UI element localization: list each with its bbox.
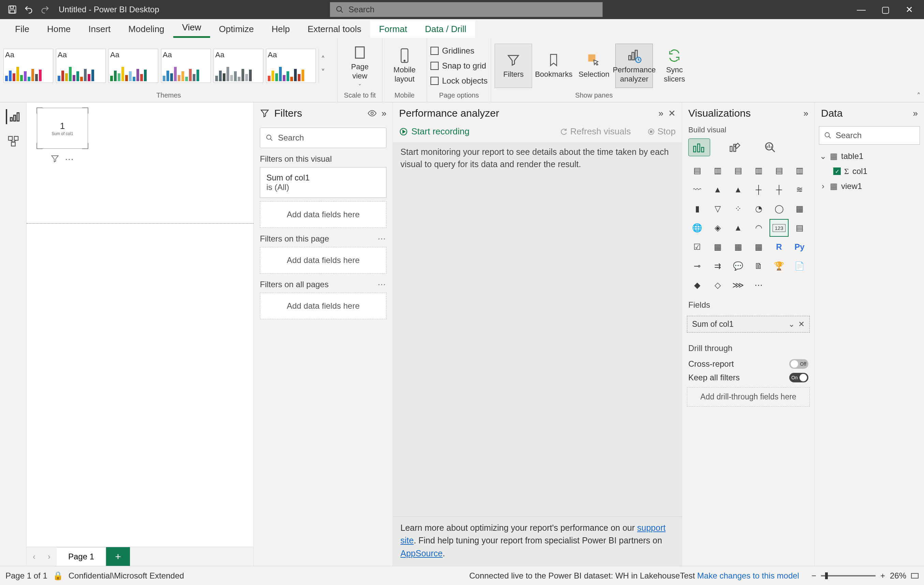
viz-slicer-icon[interactable]: ▦ [709, 239, 726, 255]
close-icon[interactable]: ✕ [668, 108, 676, 119]
viz-donut-icon[interactable]: ◯ [770, 201, 788, 217]
page-next-icon[interactable]: › [41, 552, 57, 562]
bookmarks-button[interactable]: Bookmarks [535, 44, 573, 88]
viz-card-icon[interactable]: 123 [770, 220, 788, 236]
make-changes-link[interactable]: Make changes to this model [697, 571, 799, 580]
viz-area-icon[interactable]: ▲ [709, 182, 726, 198]
viz-python-icon[interactable]: Py [790, 239, 808, 255]
eye-icon[interactable] [367, 109, 377, 118]
more-icon[interactable]: ⋯ [378, 234, 386, 243]
viz-paginated-icon[interactable]: 📄 [790, 258, 808, 274]
maximize-icon[interactable]: ▢ [881, 5, 890, 15]
theme-swatch-1[interactable]: Aa [3, 49, 53, 83]
visual-filter-icon[interactable] [51, 154, 59, 165]
viz-stacked-column-icon[interactable]: ▥ [709, 162, 726, 179]
snap-to-grid-checkbox[interactable]: Snap to grid [431, 60, 486, 72]
viz-clustered-bar-icon[interactable]: ▤ [729, 162, 747, 179]
viz-waterfall-icon[interactable]: ▮ [688, 201, 706, 217]
viz-powerautomate-icon[interactable]: ◇ [709, 277, 726, 293]
menu-help[interactable]: Help [262, 20, 299, 38]
selection-button[interactable]: Selection [575, 44, 612, 88]
page-tab-1[interactable]: Page 1 [57, 547, 106, 566]
theme-swatch-6[interactable]: Aa [266, 49, 316, 83]
field-well-item[interactable]: Sum of col1 ⌄✕ [687, 316, 810, 332]
minimize-icon[interactable]: — [857, 5, 866, 15]
menu-home[interactable]: Home [38, 20, 79, 38]
column-node[interactable]: ✓ Σ col1 [820, 164, 919, 179]
report-canvas[interactable]: 1 Sum of col1 ⋯ ‹ › Page 1 + [26, 102, 254, 566]
menu-insert[interactable]: Insert [79, 20, 119, 38]
data-search[interactable]: Search [819, 126, 920, 145]
redo-icon[interactable] [37, 3, 53, 17]
collapse-icon[interactable]: » [382, 108, 386, 119]
analytics-tab[interactable] [759, 139, 781, 156]
viz-key-influencers-icon[interactable]: ⊸ [688, 258, 706, 274]
card-visual[interactable]: 1 Sum of col1 [37, 108, 88, 149]
menu-view[interactable]: View [173, 19, 210, 38]
collapse-icon[interactable]: » [913, 108, 918, 119]
filters-pane-button[interactable]: Filters [495, 44, 532, 88]
zoom-out-icon[interactable]: − [812, 571, 816, 580]
menu-format[interactable]: Format [370, 20, 416, 38]
undo-icon[interactable] [20, 3, 37, 17]
lock-objects-checkbox[interactable]: Lock objects [431, 75, 487, 87]
menu-data-drill[interactable]: Data / Drill [416, 20, 475, 38]
keep-filters-toggle[interactable]: On [789, 373, 808, 382]
table-node[interactable]: ⌄ ▦ table1 [820, 149, 919, 164]
viz-narrative-icon[interactable]: 🗎 [750, 258, 767, 274]
filter-card[interactable]: Sum of col1 is (All) [260, 167, 386, 198]
themes-more-icon[interactable]: ˄˅ [318, 49, 327, 83]
global-search[interactable]: Search [330, 2, 603, 17]
remove-field-icon[interactable]: ✕ [798, 320, 805, 329]
mobile-layout-button[interactable]: Mobile layout [386, 44, 423, 88]
theme-swatch-5[interactable]: Aa [213, 49, 263, 83]
viz-clustered-column-icon[interactable]: ▥ [750, 162, 767, 179]
viz-kpi-icon[interactable]: ☑ [688, 239, 706, 255]
viz-multi-row-card-icon[interactable]: ▤ [790, 220, 808, 236]
filter-drop-visual[interactable]: Add data fields here [260, 201, 386, 228]
viz-azure-map-icon[interactable]: ▲ [729, 220, 747, 236]
viz-ribbon-icon[interactable]: ≋ [790, 182, 808, 198]
zoom-slider[interactable] [821, 575, 876, 577]
chevron-right-icon[interactable]: › [820, 182, 827, 191]
format-visual-tab[interactable] [724, 139, 746, 156]
add-page-button[interactable]: + [106, 547, 130, 566]
viz-line-column-icon[interactable]: ┼ [750, 182, 767, 198]
viz-stacked-bar-icon[interactable]: ▤ [688, 162, 706, 179]
menu-modeling[interactable]: Modeling [119, 20, 173, 38]
viz-scatter-icon[interactable]: ⁘ [729, 201, 747, 217]
viz-treemap-icon[interactable]: ▦ [790, 201, 808, 217]
view-node[interactable]: › ▦ view1 [820, 179, 919, 194]
viz-powerapps-icon[interactable]: ◆ [688, 277, 706, 293]
fit-to-page-icon[interactable] [911, 573, 919, 578]
visual-more-icon[interactable]: ⋯ [65, 154, 74, 165]
ribbon-collapse-icon[interactable]: ˄ [917, 92, 921, 101]
viz-table-icon[interactable]: ▦ [729, 239, 747, 255]
viz-filled-map-icon[interactable]: ◈ [709, 220, 726, 236]
cross-report-toggle[interactable]: Off [789, 359, 808, 369]
viz-r-icon[interactable]: R [770, 239, 788, 255]
start-recording-button[interactable]: Start recording [399, 126, 470, 137]
model-view-icon[interactable] [6, 134, 21, 149]
page-prev-icon[interactable]: ‹ [26, 552, 41, 562]
save-icon[interactable] [4, 3, 20, 17]
filter-drop-all[interactable]: Add data fields here [260, 292, 386, 319]
viz-100-column-icon[interactable]: ▥ [790, 162, 808, 179]
build-visual-tab[interactable] [688, 139, 710, 156]
viz-matrix-icon[interactable]: ▦ [750, 239, 767, 255]
gridlines-checkbox[interactable]: Gridlines [431, 45, 474, 57]
sync-slicers-button[interactable]: Sync slicers [655, 44, 693, 88]
viz-map-icon[interactable]: 🌐 [688, 220, 706, 236]
zoom-in-icon[interactable]: + [880, 571, 885, 580]
viz-qa-icon[interactable]: 💬 [729, 258, 747, 274]
report-view-icon[interactable] [6, 109, 21, 124]
chevron-down-icon[interactable]: ⌄ [788, 320, 795, 329]
viz-decomposition-icon[interactable]: ⇉ [709, 258, 726, 274]
viz-funnel-icon[interactable]: ▽ [709, 201, 726, 217]
drillthrough-drop[interactable]: Add drill-through fields here [687, 387, 810, 407]
theme-swatch-3[interactable]: Aa [109, 49, 158, 83]
filters-search[interactable]: Search [260, 127, 386, 148]
appsource-link[interactable]: AppSource [401, 549, 443, 558]
viz-more-icon[interactable]: ⋙ [729, 277, 747, 293]
menu-external-tools[interactable]: External tools [299, 20, 370, 38]
